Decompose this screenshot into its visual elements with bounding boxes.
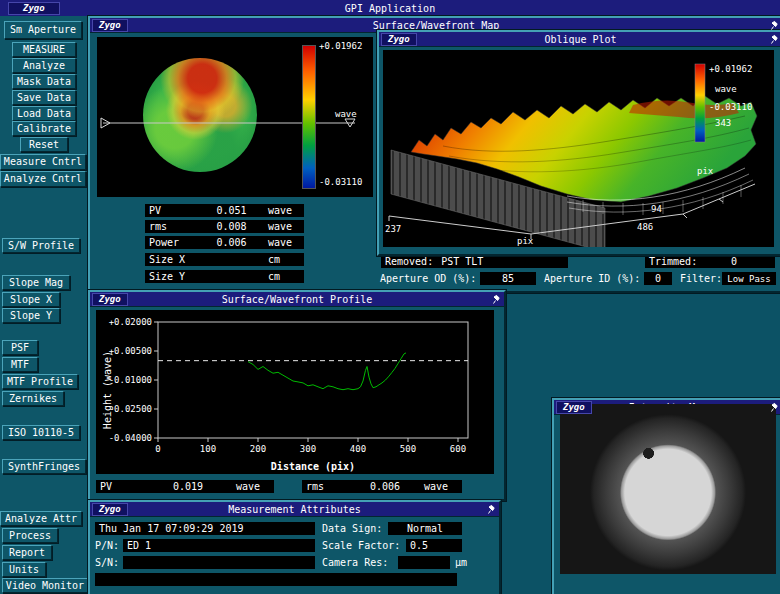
aperture-id-field[interactable]: 0	[644, 272, 672, 285]
oblique-window-titlebar[interactable]: Zygo Oblique Plot	[379, 32, 780, 47]
aperture-od-field[interactable]: 85	[480, 272, 536, 285]
zygo-logo: Zygo	[92, 19, 128, 32]
comment-field[interactable]	[95, 573, 457, 586]
oblique-colorbar-min: -0.03110	[709, 102, 752, 112]
synthfringes-button[interactable]: SynthFringes	[2, 459, 86, 474]
attributes-window-titlebar[interactable]: Zygo Measurement Attributes	[90, 502, 499, 517]
oblique-colorbar-extra: 343	[715, 118, 731, 128]
stat-value: 0.019	[140, 481, 236, 492]
oblique-x-min: 237	[385, 224, 401, 234]
measure-cntrl-button[interactable]: Measure Cntrl	[0, 154, 86, 170]
app-titlebar[interactable]: Zygo GPI Application	[0, 0, 780, 17]
pin-icon[interactable]	[768, 20, 779, 31]
oblique-window-title: Oblique Plot	[379, 34, 780, 45]
svg-text:-0.01000: -0.01000	[109, 375, 152, 385]
profile-plot[interactable]: 0100200300400500600+0.02000+0.00500-0.01…	[96, 310, 494, 474]
pin-icon[interactable]	[485, 504, 496, 515]
profile-stat-rms: rms 0.006 wave	[302, 480, 462, 493]
save-data-button[interactable]: Save Data	[12, 90, 76, 105]
psf-button[interactable]: PSF	[2, 340, 38, 355]
pin-icon[interactable]	[768, 402, 779, 413]
aperture-od-label: Aperture OD (%):	[380, 273, 476, 284]
iso-10110-5-button[interactable]: ISO 10110-5	[2, 425, 80, 440]
units-button[interactable]: Units	[2, 562, 46, 577]
mtf-profile-button[interactable]: MTF Profile	[2, 374, 78, 389]
phase-map-plot[interactable]: +0.01962 wave -0.03110	[97, 37, 373, 197]
filter-label: Filter:	[680, 273, 722, 284]
map-stat-rms: rms 0.008 wave	[145, 220, 304, 233]
reset-button[interactable]: Reset	[20, 137, 68, 152]
trimmed-field[interactable]: Trimmed: 0	[645, 255, 775, 268]
profile-x-axis-title: Distance (pix)	[158, 461, 468, 472]
sw-profile-button[interactable]: S/W Profile	[2, 238, 80, 253]
sn-field[interactable]	[123, 556, 315, 569]
report-button[interactable]: Report	[2, 545, 52, 560]
analyze-attr-button[interactable]: Analyze Attr	[0, 511, 82, 526]
load-data-button[interactable]: Load Data	[12, 106, 76, 121]
intensity-map-window: Zygo Intensity Map	[552, 398, 780, 594]
scale-factor-field[interactable]: 0.5	[406, 539, 462, 552]
map-colorbar-max: +0.01962	[319, 41, 362, 51]
profile-window-title: Surface/Wavefront Profile	[90, 294, 504, 305]
app-title: GPI Application	[0, 3, 780, 14]
mtf-button[interactable]: MTF	[2, 357, 38, 372]
stat-unit: wave	[424, 481, 458, 492]
camera-res-field[interactable]	[398, 556, 450, 569]
data-sign-label: Data Sign:	[322, 523, 382, 534]
attributes-window: Zygo Measurement Attributes Thu Jan 17 0…	[88, 500, 501, 594]
zygo-logo: Zygo	[381, 33, 417, 46]
stat-unit: wave	[236, 481, 270, 492]
svg-text:+0.00500: +0.00500	[109, 346, 152, 356]
zernikes-button[interactable]: Zernikes	[2, 391, 64, 406]
zygo-logo: Zygo	[556, 401, 592, 414]
stat-value: 0.008	[195, 221, 268, 232]
zygo-logo: Zygo	[92, 503, 128, 516]
analyze-button[interactable]: Analyze	[12, 58, 76, 73]
mask-data-button[interactable]: Mask Data	[12, 74, 76, 89]
zygo-logo: Zygo	[8, 2, 60, 15]
pin-icon[interactable]	[490, 294, 501, 305]
map-stat-pv: PV 0.051 wave	[145, 204, 304, 217]
video-monitor-button[interactable]: Video Monitor	[2, 578, 88, 593]
svg-text:-0.02500: -0.02500	[109, 404, 152, 414]
stat-label: PV	[100, 481, 140, 492]
process-button[interactable]: Process	[2, 528, 58, 543]
removed-label: Removed:	[385, 256, 433, 267]
profile-window-titlebar[interactable]: Zygo Surface/Wavefront Profile	[90, 292, 504, 307]
oblique-plot-canvas[interactable]: 237 pix 486 94 pix +0.01962 wave -0.0311…	[383, 50, 774, 247]
pin-icon[interactable]	[768, 34, 779, 45]
scale-factor-label: Scale Factor:	[322, 540, 400, 551]
trimmed-label: Trimmed:	[649, 256, 697, 267]
removed-value: PST TLT	[441, 256, 483, 267]
zygo-logo: Zygo	[92, 293, 128, 306]
intensity-map-image[interactable]	[560, 404, 776, 574]
svg-text:200: 200	[250, 444, 266, 454]
filter-field[interactable]: Low Pass	[722, 272, 776, 285]
stat-label: PV	[149, 205, 195, 216]
stat-label: Size Y	[149, 271, 195, 282]
analyze-cntrl-button[interactable]: Analyze Cntrl	[0, 171, 86, 187]
timestamp-field: Thu Jan 17 07:09:29 2019	[95, 522, 315, 535]
data-sign-field[interactable]: Normal	[388, 522, 462, 535]
aperture-mode-select[interactable]: Sm Aperture	[4, 21, 82, 39]
map-stat-size-x: Size X cm	[145, 253, 304, 266]
svg-text:400: 400	[350, 444, 366, 454]
stat-value: 0.051	[195, 205, 268, 216]
svg-text:-0.04000: -0.04000	[109, 433, 152, 443]
svg-text:500: 500	[400, 444, 416, 454]
pn-field[interactable]: ED 1	[123, 539, 315, 552]
profile-window: Zygo Surface/Wavefront Profile 010020030…	[88, 290, 506, 501]
profile-stat-pv: PV 0.019 wave	[96, 480, 274, 493]
svg-text:100: 100	[200, 444, 216, 454]
svg-text:300: 300	[300, 444, 316, 454]
stat-value: 0.006	[346, 481, 424, 492]
map-colorbar-unit: wave	[335, 109, 357, 119]
oblique-x-label: pix	[517, 236, 534, 246]
calibrate-button[interactable]: Calibrate	[12, 121, 76, 136]
svg-text:600: 600	[450, 444, 466, 454]
slope-mag-button[interactable]: Slope Mag	[2, 275, 70, 290]
measure-button[interactable]: MEASURE	[12, 42, 76, 57]
profile-slice-line[interactable]	[97, 37, 373, 197]
slope-y-button[interactable]: Slope Y	[2, 308, 60, 323]
slope-x-button[interactable]: Slope X	[2, 292, 60, 307]
